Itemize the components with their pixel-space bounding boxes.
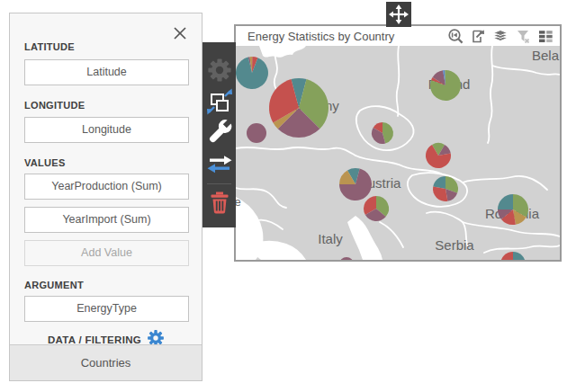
trash-icon[interactable] (202, 186, 236, 218)
argument-field-energytype[interactable]: EnergyType (24, 296, 189, 322)
toolbar-divider (207, 183, 231, 184)
map-widget-header: Energy Statistics by Country (236, 26, 560, 46)
country-label: Bela (532, 48, 560, 63)
values-section-label: VALUES (24, 157, 66, 168)
value-field-yearimport[interactable]: YearImport (Sum) (24, 207, 189, 233)
data-binding-panel: LATITUDE Latitude LONGITUDE Longitude VA… (9, 13, 202, 381)
map-land (236, 46, 560, 260)
longitude-section-label: LONGITUDE (24, 100, 85, 111)
map-widget-title: Energy Statistics by Country (248, 30, 446, 43)
move-handle-icon[interactable] (386, 2, 411, 27)
country-label: e (236, 195, 241, 209)
gear-icon[interactable] (202, 54, 236, 86)
latitude-field[interactable]: Latitude (24, 59, 189, 85)
pie-marker-slice[interactable] (247, 123, 266, 143)
close-icon[interactable] (172, 25, 188, 41)
swap-arrows-icon[interactable] (202, 147, 236, 180)
longitude-field[interactable]: Longitude (24, 117, 189, 143)
latitude-section-label: LATITUDE (24, 41, 75, 52)
wrench-icon[interactable] (202, 115, 236, 147)
value-field-yearproduction[interactable]: YearProduction (Sum) (24, 174, 189, 200)
clear-filter-icon[interactable] (514, 27, 532, 45)
map-widget: Energy Statistics by Country (234, 24, 562, 262)
europe-map[interactable]: BelaGermanyPolandAustriaItalySerbiaRoman… (236, 46, 560, 260)
add-value-field[interactable]: Add Value (24, 240, 189, 266)
export-icon[interactable] (469, 27, 487, 45)
layers-icon[interactable] (491, 27, 509, 45)
country-label: Italy (318, 231, 343, 246)
country-label: Serbia (435, 237, 474, 253)
countries-footer-button[interactable]: Countries (10, 344, 202, 380)
item-toolbar (202, 42, 236, 227)
argument-section-label: ARGUMENT (24, 280, 84, 290)
convert-item-icon[interactable] (202, 85, 236, 118)
initial-extent-icon[interactable] (446, 27, 464, 45)
values-grid-icon[interactable] (536, 27, 554, 45)
